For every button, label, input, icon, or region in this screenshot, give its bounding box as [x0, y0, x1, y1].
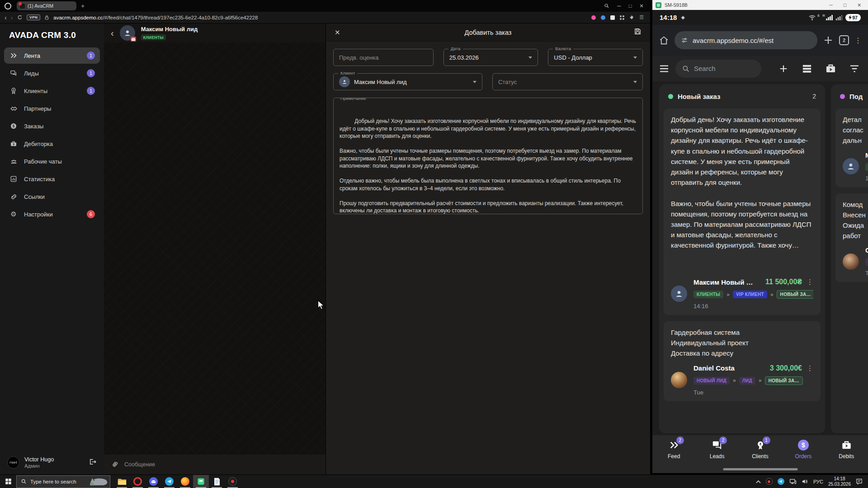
date-select[interactable]: Дата 25.03.2026 — [443, 49, 538, 66]
url-pill[interactable]: avacrm.appsdemo.cc/#/est — [675, 31, 817, 49]
card-time: 14 — [865, 175, 868, 182]
home-icon[interactable] — [659, 35, 669, 46]
card-menu-icon[interactable]: ⋮ — [807, 364, 813, 372]
volume-icon[interactable] — [802, 479, 808, 484]
sidebar-item-clients[interactable]: Клиенты 1 — [4, 83, 100, 99]
reload-icon[interactable] — [17, 14, 23, 20]
order-card[interactable]: Гардеробная система Индивидуальный проек… — [664, 321, 821, 401]
extension-pink-icon[interactable] — [591, 15, 596, 20]
client-select[interactable]: Клиент Максим Новый лид — [333, 73, 482, 90]
search-icon[interactable] — [604, 3, 609, 9]
minimize-button[interactable]: ─ — [617, 3, 621, 9]
sidebar-item-workchats[interactable]: Рабочие чаты — [4, 153, 100, 169]
message-input[interactable] — [124, 461, 319, 468]
paperclip-icon[interactable] — [109, 459, 120, 470]
extension-blue-icon[interactable] — [601, 15, 605, 20]
url-text[interactable]: avacrm.appsdemo.cc/#/feed/chat/1479/thre… — [53, 15, 258, 20]
forward-icon[interactable]: › — [11, 14, 13, 21]
notification-icon[interactable] — [856, 479, 863, 485]
maximize-button[interactable]: □ — [628, 3, 632, 9]
card-amount: 11 500,00₴ — [765, 278, 802, 286]
puzzle-icon[interactable] — [629, 15, 634, 20]
card-menu-icon[interactable]: ⋮ — [807, 278, 813, 286]
taskbar-telegram[interactable] — [161, 475, 177, 488]
estimate-field[interactable] — [333, 49, 434, 66]
column-header[interactable]: Под — [835, 84, 868, 108]
card-time: Tue — [693, 389, 813, 396]
chat-back-icon[interactable]: ‹ — [111, 28, 114, 38]
order-card[interactable]: Детал соглас дальн М К 14 — [835, 108, 868, 187]
current-user[interactable]: root Victor Hugo Админ — [7, 456, 97, 469]
order-card[interactable]: Комод Внесен Ожида работ О Н Tu — [835, 193, 868, 282]
phone-maximize-button[interactable]: □ — [844, 2, 846, 8]
sidebar-item-partners[interactable]: Партнеры — [4, 100, 100, 117]
browser-menu-icon[interactable]: ☰ — [639, 14, 644, 20]
currency-select[interactable]: Валюта USD - Доллар — [548, 49, 643, 66]
start-button[interactable] — [0, 475, 16, 488]
wifi6-label: 6 — [817, 14, 819, 18]
home-indicator[interactable] — [723, 468, 797, 470]
extension-white-icon[interactable] — [610, 15, 615, 20]
nav-item-orders[interactable]: $ Orders — [782, 439, 825, 460]
taskbar-explorer[interactable] — [114, 475, 130, 488]
taskbar-notepad[interactable] — [209, 475, 225, 488]
nav-item-debits[interactable]: Debits — [825, 439, 868, 460]
sidebar-item-leads[interactable]: Лиды 1 — [4, 65, 100, 81]
network-icon[interactable] — [789, 479, 797, 484]
person-icon — [674, 289, 684, 299]
briefcase-icon[interactable] — [826, 64, 836, 73]
nav-item-leads[interactable]: 2 Leads — [695, 439, 738, 460]
taskbar-android-emulator[interactable] — [193, 475, 209, 488]
sidebar-item-links[interactable]: Ссылки — [4, 188, 100, 205]
new-tab-button[interactable]: + — [81, 2, 85, 9]
taskbar-firefox[interactable] — [177, 475, 193, 488]
extensions-grid-icon[interactable] — [620, 15, 624, 20]
browser-tab[interactable]: (1) AvaCRM — [17, 1, 76, 10]
logout-icon[interactable] — [89, 458, 97, 468]
sidebar-item-settings[interactable]: ⚙ Настройки 6 — [4, 206, 100, 222]
list-view-icon[interactable] — [802, 64, 812, 73]
new-tab-icon[interactable] — [823, 35, 834, 46]
debits-icon — [841, 440, 852, 450]
taskbar-discord[interactable] — [146, 475, 161, 488]
tray-expand-icon[interactable] — [756, 480, 761, 483]
back-icon[interactable]: ‹ — [5, 14, 7, 21]
clients-badge: 1 — [763, 436, 770, 444]
taskbar-obs[interactable] — [225, 475, 241, 488]
chat-contact-name[interactable]: Максим Новый лид — [141, 26, 198, 33]
card-text: Гардеробная система Индивидуальный проек… — [671, 327, 813, 359]
order-card[interactable]: Добрый день! Хочу заказать изготовление … — [664, 108, 821, 315]
tray-clock[interactable]: 14:18 25.03.2026 — [828, 476, 851, 487]
nav-item-clients[interactable]: 1 Clients — [739, 439, 782, 460]
status-select[interactable]: Статус — [492, 73, 643, 90]
nav-item-feed[interactable]: 2 Feed — [652, 439, 695, 460]
column-header[interactable]: Новый заказ 2 — [664, 84, 821, 108]
taskbar-opera[interactable] — [130, 475, 146, 488]
add-icon[interactable] — [778, 64, 788, 74]
close-button[interactable]: ✕ — [639, 3, 644, 9]
lock-icon[interactable] — [44, 15, 49, 20]
taskbar-search[interactable]: Type here to search — [16, 475, 110, 488]
sidebar-item-stats[interactable]: Статистика — [4, 171, 100, 187]
sidebar-item-feed[interactable]: Лента 1 — [4, 47, 100, 64]
contact-avatar[interactable] — [120, 25, 135, 41]
tray-language[interactable]: РУС — [813, 479, 823, 484]
phone-close-button[interactable]: ✕ — [857, 2, 861, 8]
tray-telegram-icon[interactable] — [778, 478, 784, 485]
battery-icon: 97 — [845, 14, 861, 21]
estimate-input[interactable] — [339, 54, 428, 61]
search-input[interactable]: Search — [675, 60, 761, 78]
vpn-badge[interactable]: VPN — [27, 14, 40, 20]
hamburger-icon[interactable] — [659, 65, 669, 73]
save-icon[interactable] — [634, 28, 642, 37]
chrome-menu-icon[interactable]: ⋮ — [854, 36, 862, 45]
opera-logo-icon[interactable] — [5, 3, 11, 9]
note-textarea[interactable]: Примечание Добрый день! Хочу заказать из… — [333, 98, 643, 214]
sidebar-item-debits[interactable]: Дебиторка — [4, 136, 100, 152]
phone-minimize-button[interactable]: ─ — [829, 2, 832, 8]
filter-icon[interactable] — [849, 65, 859, 73]
browser-addressbar: ‹ › VPN avacrm.appsdemo.cc/#/feed/chat/1… — [0, 12, 650, 23]
tray-record-icon[interactable] — [766, 478, 773, 485]
tab-count-button[interactable]: 2 — [839, 35, 849, 45]
sidebar-item-orders[interactable]: $ Заказы — [4, 118, 100, 134]
